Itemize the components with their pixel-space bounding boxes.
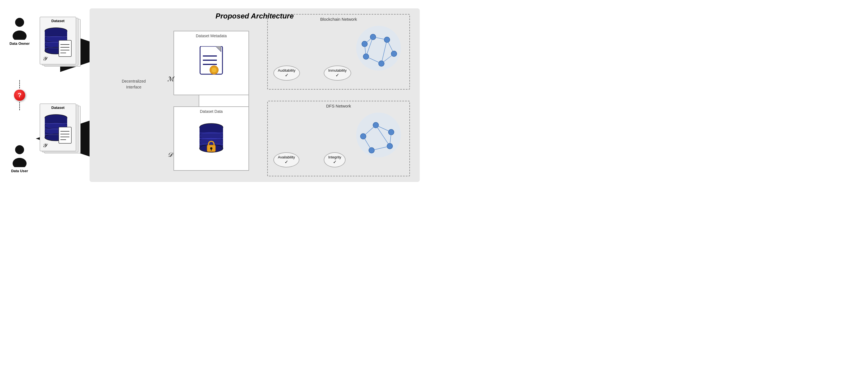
data-title: Dataset Data bbox=[174, 107, 248, 115]
card-page-1: Dataset bbox=[40, 17, 76, 64]
inmutability-label: Inmutability ✓ bbox=[324, 65, 351, 81]
dfs-network-box: DFS Network Availability bbox=[267, 101, 410, 176]
auditability-label: Auditability ✓ bbox=[273, 65, 300, 81]
metadata-doc-icon bbox=[199, 46, 224, 80]
blockchain-network-title: Blockchain Network bbox=[268, 14, 409, 24]
dfs-network-title: DFS Network bbox=[268, 101, 409, 111]
bottom-card-page-1: Dataset 𝒴 bbox=[40, 104, 76, 151]
svg-point-13 bbox=[12, 158, 27, 167]
auditability-check: ✓ bbox=[285, 73, 288, 78]
availability-check: ✓ bbox=[285, 159, 288, 164]
data-owner-label: Data Owner bbox=[9, 41, 30, 46]
svg-rect-35 bbox=[59, 127, 71, 143]
interface-label: DecentralizedInterface bbox=[108, 78, 159, 90]
data-user-icon bbox=[10, 145, 29, 167]
availability-label: Availability ✓ bbox=[273, 152, 300, 168]
blockchain-network-box: Blockchain Network bbox=[267, 14, 410, 90]
data-user-figure: Data User bbox=[10, 145, 29, 173]
svg-rect-22 bbox=[59, 40, 71, 57]
blockchain-network-graph bbox=[351, 23, 407, 74]
dfs-network-graph bbox=[351, 110, 407, 160]
diagram-container: Data Owner ? Data User Dataset bbox=[0, 0, 434, 190]
data-db-icon bbox=[197, 120, 225, 157]
svg-point-10 bbox=[15, 18, 24, 27]
inmutability-check: ✓ bbox=[336, 73, 339, 78]
data-owner-icon bbox=[10, 17, 29, 40]
bottom-dataset-math: 𝒴 bbox=[42, 142, 46, 149]
data-db-wrapper bbox=[174, 115, 248, 163]
metadata-box: Dataset Metadata bbox=[174, 31, 249, 95]
svg-point-46 bbox=[211, 67, 217, 73]
svg-point-11 bbox=[12, 30, 27, 40]
data-math-label: 𝒟 bbox=[167, 151, 173, 158]
svg-point-56 bbox=[210, 147, 212, 149]
integrity-label: Integrity ✓ bbox=[324, 152, 346, 168]
data-box: Dataset Data bbox=[174, 107, 249, 171]
architecture-box: Proposed Architecture DecentralizedInter… bbox=[90, 8, 420, 182]
metadata-title: Dataset Metadata bbox=[174, 31, 248, 39]
question-bubble: ? bbox=[14, 90, 25, 101]
dashed-line-top bbox=[19, 80, 20, 88]
bottom-dataset-title: Dataset bbox=[40, 106, 76, 110]
question-connector: ? bbox=[14, 80, 25, 110]
top-dataset-db-icon bbox=[41, 25, 73, 61]
data-owner-figure: Data Owner bbox=[9, 17, 30, 46]
integrity-check: ✓ bbox=[333, 159, 337, 164]
metadata-doc-wrapper bbox=[174, 39, 248, 87]
data-user-label: Data User bbox=[11, 169, 28, 173]
dashed-line-bottom bbox=[19, 102, 20, 110]
bottom-dataset: Dataset 𝒴 bbox=[39, 104, 84, 159]
top-dataset-math: 𝒴 bbox=[42, 55, 46, 62]
metadata-math-label: ℳ bbox=[167, 76, 174, 83]
left-panel: Data Owner ? Data User bbox=[0, 0, 39, 190]
top-dataset: Dataset bbox=[39, 17, 84, 73]
svg-point-12 bbox=[15, 145, 24, 154]
top-dataset-title: Dataset bbox=[40, 19, 76, 23]
bottom-dataset-db-icon bbox=[41, 112, 73, 148]
